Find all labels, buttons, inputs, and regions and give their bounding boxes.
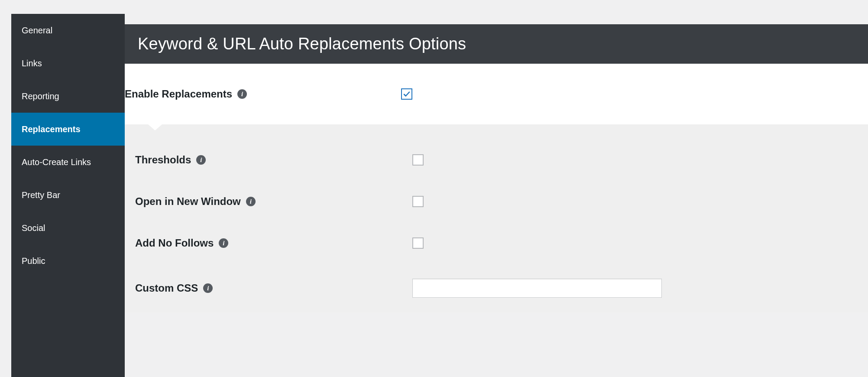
- sidebar-item-general[interactable]: General: [11, 14, 125, 47]
- app-shell: General Links Reporting Replacements Aut…: [0, 0, 868, 377]
- thresholds-label: Thresholds: [135, 154, 191, 166]
- add-no-follows-row: Add No Follows i: [135, 222, 868, 264]
- sidebar-item-replacements[interactable]: Replacements: [11, 113, 125, 146]
- section-pointer-icon: [148, 124, 162, 130]
- thresholds-row: Thresholds i: [135, 139, 868, 181]
- sidebar-item-social[interactable]: Social: [11, 211, 125, 244]
- custom-css-row: Custom CSS i: [135, 264, 868, 312]
- open-new-window-checkbox[interactable]: [412, 196, 424, 207]
- thresholds-checkbox[interactable]: [412, 154, 424, 166]
- info-icon[interactable]: i: [203, 283, 213, 293]
- settings-sidebar: General Links Reporting Replacements Aut…: [11, 14, 125, 377]
- replacements-options-panel: Thresholds i Open in New Window i: [125, 124, 868, 312]
- sidebar-item-auto-create-links[interactable]: Auto-Create Links: [11, 146, 125, 179]
- enable-replacements-label: Enable Replacements: [125, 88, 232, 100]
- open-new-window-label: Open in New Window: [135, 195, 241, 208]
- sidebar-item-links[interactable]: Links: [11, 47, 125, 80]
- enable-replacements-checkbox[interactable]: [401, 88, 412, 100]
- custom-css-input[interactable]: [412, 279, 662, 298]
- sidebar-item-pretty-bar[interactable]: Pretty Bar: [11, 179, 125, 211]
- main-panel: Keyword & URL Auto Replacements Options …: [125, 0, 868, 377]
- add-no-follows-checkbox[interactable]: [412, 237, 424, 249]
- enable-replacements-row: Enable Replacements i: [125, 64, 868, 124]
- add-no-follows-label: Add No Follows: [135, 237, 214, 249]
- page-title: Keyword & URL Auto Replacements Options: [125, 24, 868, 64]
- info-icon[interactable]: i: [246, 197, 256, 206]
- info-icon[interactable]: i: [237, 89, 247, 99]
- sidebar-item-reporting[interactable]: Reporting: [11, 80, 125, 113]
- sidebar-item-public[interactable]: Public: [11, 244, 125, 277]
- info-icon[interactable]: i: [219, 238, 228, 248]
- open-new-window-row: Open in New Window i: [135, 181, 868, 222]
- info-icon[interactable]: i: [196, 155, 206, 165]
- custom-css-label: Custom CSS: [135, 282, 198, 294]
